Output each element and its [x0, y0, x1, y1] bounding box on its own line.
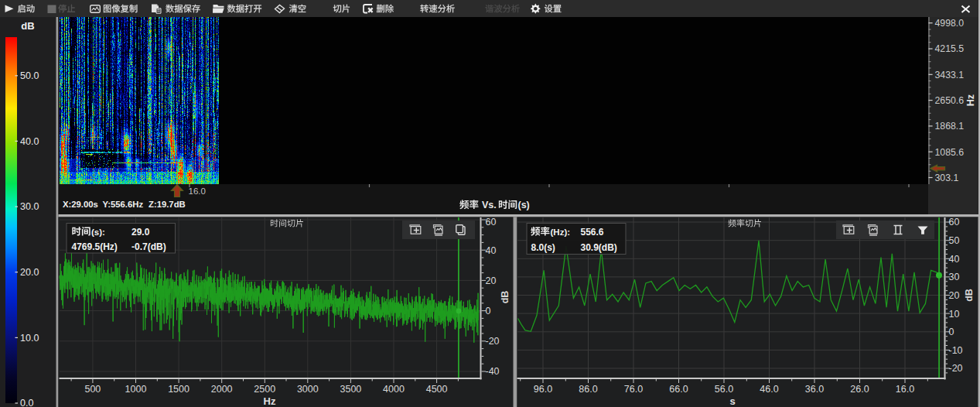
svg-text:500: 500 — [84, 384, 101, 395]
svg-text:Hz: Hz — [965, 94, 976, 106]
svg-text:-10: -10 — [949, 345, 963, 356]
svg-text:-0.7(dB): -0.7(dB) — [131, 241, 166, 252]
svg-text:36.0: 36.0 — [805, 384, 824, 395]
svg-text:20: 20 — [486, 275, 497, 286]
svg-text:(s): (s) — [518, 200, 530, 210]
svg-text:dB: dB — [964, 289, 975, 302]
svg-text:16.0: 16.0 — [189, 186, 206, 196]
svg-text:10.0: 10.0 — [20, 333, 39, 344]
svg-text:303.1: 303.1 — [935, 173, 959, 183]
svg-text:29.0: 29.0 — [131, 227, 150, 238]
svg-text:(s):: (s): — [91, 227, 105, 237]
svg-text:3500: 3500 — [340, 384, 362, 395]
svg-text:4769.5(Hz): 4769.5(Hz) — [72, 241, 118, 252]
svg-text:4998.0: 4998.0 — [935, 18, 965, 29]
svg-text:X:29.00s: X:29.00s — [63, 200, 98, 209]
svg-text:Z:19.7dB: Z:19.7dB — [149, 200, 186, 209]
svg-text:dB: dB — [500, 291, 510, 304]
svg-text:1000: 1000 — [125, 384, 147, 395]
svg-text:(Hz):: (Hz): — [551, 227, 571, 237]
svg-text:4500: 4500 — [426, 384, 448, 395]
svg-text:4000: 4000 — [383, 384, 405, 395]
svg-text:20: 20 — [949, 290, 960, 301]
svg-text:0: 0 — [486, 306, 491, 316]
svg-text:4215.5: 4215.5 — [935, 43, 965, 54]
svg-text:-40: -40 — [486, 366, 500, 377]
svg-text:3433.1: 3433.1 — [935, 70, 965, 80]
svg-text:40.0: 40.0 — [20, 136, 39, 147]
svg-text:1868.1: 1868.1 — [935, 121, 965, 132]
svg-text:2000: 2000 — [211, 384, 233, 395]
svg-text:1500: 1500 — [168, 384, 190, 395]
svg-text:556.6: 556.6 — [581, 227, 604, 238]
svg-text:0.0: 0.0 — [20, 398, 33, 407]
svg-text:2650.6: 2650.6 — [935, 95, 965, 106]
svg-text:40: 40 — [486, 245, 497, 256]
svg-text:3000: 3000 — [297, 384, 319, 395]
svg-text:76.0: 76.0 — [624, 384, 643, 395]
svg-text:1085.6: 1085.6 — [935, 147, 965, 158]
svg-text:2500: 2500 — [254, 384, 275, 395]
svg-text:0: 0 — [949, 327, 954, 337]
svg-text:Hz: Hz — [264, 395, 276, 407]
svg-text:Vs.: Vs. — [482, 200, 497, 210]
svg-text:40: 40 — [949, 254, 960, 265]
svg-text:66.0: 66.0 — [669, 384, 688, 395]
svg-text:56.0: 56.0 — [715, 384, 733, 395]
svg-text:16.0: 16.0 — [896, 384, 914, 395]
svg-text:10: 10 — [949, 309, 960, 320]
svg-text:26.0: 26.0 — [850, 384, 869, 395]
svg-text:60: 60 — [949, 217, 960, 227]
svg-text:s: s — [729, 395, 735, 407]
svg-text:86.0: 86.0 — [579, 384, 597, 395]
svg-text:8.0(s): 8.0(s) — [531, 242, 555, 253]
svg-text:30.0: 30.0 — [20, 201, 39, 212]
svg-text:-20: -20 — [949, 363, 963, 374]
svg-text:50: 50 — [949, 235, 960, 246]
svg-text:20.0: 20.0 — [20, 267, 39, 278]
svg-text:60: 60 — [486, 217, 497, 227]
svg-text:-20: -20 — [486, 336, 500, 347]
svg-text:Y:556.6Hz: Y:556.6Hz — [103, 200, 144, 209]
svg-text:50.0: 50.0 — [20, 70, 39, 81]
svg-text:46.0: 46.0 — [760, 384, 778, 395]
svg-text:30: 30 — [949, 272, 960, 282]
svg-text:dB: dB — [21, 20, 34, 32]
svg-text:30.9(dB): 30.9(dB) — [581, 242, 617, 253]
svg-text:96.0: 96.0 — [534, 384, 552, 395]
